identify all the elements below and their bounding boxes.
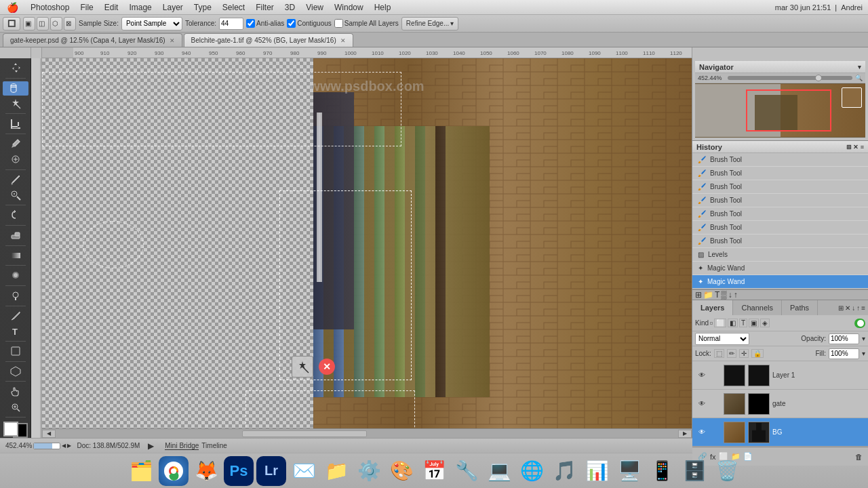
tolerance-input[interactable] xyxy=(219,18,243,30)
layer-item-1[interactable]: 👁 gate xyxy=(692,390,868,418)
contiguous-checkbox[interactable]: Contiguous xyxy=(287,19,332,28)
tab-paths[interactable]: Paths xyxy=(782,300,818,315)
dock-app-9[interactable]: 🎨 xyxy=(387,456,416,486)
history-item-4[interactable]: 🖌️ Brush Tool xyxy=(692,207,868,221)
move-down-icon[interactable]: ↓ xyxy=(728,290,732,300)
antialias-checkbox[interactable]: Anti-alias xyxy=(246,19,284,28)
history-item-3[interactable]: 🖌️ Brush Tool xyxy=(692,194,868,207)
dock-photoshop[interactable]: Ps xyxy=(224,456,254,486)
sample-all-checkbox[interactable]: Sample All Layers xyxy=(334,19,399,28)
tool-heal[interactable] xyxy=(3,152,28,167)
status-arrow[interactable]: ▶ xyxy=(148,441,154,451)
menu-help[interactable]: Help xyxy=(369,0,397,14)
dock-app-17[interactable]: 📱 xyxy=(647,456,677,486)
menu-photoshop[interactable]: Photoshop xyxy=(25,0,75,14)
pixel-layer-icon[interactable]: ⬜ xyxy=(714,319,726,327)
dock-firefox[interactable]: 🦊 xyxy=(191,456,221,486)
history-item-2[interactable]: 🖌️ Brush Tool xyxy=(692,180,868,194)
history-item-8[interactable]: ✦ Magic Wand xyxy=(692,262,868,275)
adjust-layer-icon[interactable]: ◧ xyxy=(728,319,738,327)
lock-image-icon[interactable]: ✏ xyxy=(727,349,736,358)
new-layer-btn[interactable]: 📄 xyxy=(743,452,753,461)
dock-app-18[interactable]: 🗄️ xyxy=(679,456,709,486)
zoom-plus[interactable]: 🔍 xyxy=(855,75,863,81)
adjustment-icon[interactable]: T xyxy=(715,290,719,300)
scroll-right-btn[interactable]: ▶ xyxy=(678,430,692,438)
layers-icon-4[interactable]: ↑ xyxy=(856,304,860,312)
eye-icon-1[interactable]: 👁 xyxy=(695,400,709,407)
tab-belchite[interactable]: Belchite-gate-1.tif @ 452% (BG, Layer Ma… xyxy=(184,33,353,47)
tool-history-brush[interactable] xyxy=(3,208,28,222)
blending-icon[interactable]: ▒ xyxy=(721,290,727,300)
lock-all-icon[interactable]: 🔒 xyxy=(751,349,764,358)
history-item-5[interactable]: 🖌️ Brush Tool xyxy=(692,221,868,235)
h-scrollbar[interactable]: ◀ ▶ xyxy=(42,428,692,438)
layers-icon-5[interactable]: ≡ xyxy=(861,304,865,312)
cancel-icon[interactable]: ✕ xyxy=(319,359,335,375)
kind-icon[interactable] xyxy=(710,322,713,325)
tool-brush[interactable] xyxy=(3,172,28,186)
canvas-content[interactable]: ✕ www.psdbox.com xyxy=(42,58,692,438)
dock-app-15[interactable]: 📊 xyxy=(582,456,612,486)
menu-view[interactable]: View xyxy=(300,0,329,14)
dock-settings[interactable]: ⚙️ xyxy=(354,456,384,486)
tool-blur[interactable] xyxy=(3,268,28,283)
refine-edge-btn[interactable]: Refine Edge... ▾ xyxy=(401,17,458,30)
tab-close-1[interactable]: ✕ xyxy=(340,37,346,44)
dock-lightroom[interactable]: Lr xyxy=(256,456,286,486)
scroll-thumb[interactable] xyxy=(242,430,367,437)
history-panel-header[interactable]: History ⊞ ✕ ≡ xyxy=(692,141,868,153)
toolbar-icon-3[interactable]: ⬡ xyxy=(50,17,62,30)
navigator-collapse-icon[interactable]: ▾ xyxy=(858,64,861,70)
tab-channels[interactable]: Channels xyxy=(733,300,781,315)
delete-layer-btn[interactable]: 🗑 xyxy=(855,453,863,461)
zoom-input-area[interactable] xyxy=(33,443,60,449)
dock-app-12[interactable]: 💻 xyxy=(484,456,514,486)
opacity-input[interactable] xyxy=(829,333,859,344)
dock-finder[interactable]: 🗂️ xyxy=(126,456,156,486)
menu-file[interactable]: File xyxy=(75,0,98,14)
tool-type[interactable]: T xyxy=(3,324,28,338)
dock-app-11[interactable]: 🔧 xyxy=(452,456,481,486)
tool-eraser[interactable] xyxy=(3,228,28,243)
timeline-tab[interactable]: Timeline xyxy=(201,442,226,450)
smart-layer-icon[interactable]: ◈ xyxy=(760,319,770,327)
fill-input[interactable] xyxy=(829,348,859,359)
tool-eyedropper[interactable] xyxy=(3,137,28,151)
zoom-slider[interactable] xyxy=(728,76,852,80)
dock-calendar[interactable]: 📅 xyxy=(419,456,449,486)
tool-move[interactable] xyxy=(3,61,28,75)
scroll-left-btn[interactable]: ◀ xyxy=(42,430,56,438)
tab-layers[interactable]: Layers xyxy=(692,300,733,315)
tool-zoom[interactable] xyxy=(3,400,28,414)
tool-dodge[interactable] xyxy=(3,289,28,303)
menu-3d[interactable]: 3D xyxy=(279,0,300,14)
create-group-icon[interactable]: 📁 xyxy=(703,290,713,300)
history-item-6[interactable]: 🖌️ Brush Tool xyxy=(692,235,868,248)
lock-transparent-icon[interactable]: ⬚ xyxy=(714,349,724,358)
layers-icon-3[interactable]: ↓ xyxy=(852,304,855,312)
menu-layer[interactable]: Layer xyxy=(157,0,189,14)
layer-item-0[interactable]: 👁 Layer 1 xyxy=(692,361,868,390)
dock-app-13[interactable]: 🌐 xyxy=(517,456,547,486)
type-layer-icon[interactable]: T xyxy=(739,319,747,327)
tool-hand[interactable] xyxy=(3,384,28,399)
lock-position-icon[interactable]: ✛ xyxy=(739,349,749,358)
history-item-7[interactable]: ▨ Levels xyxy=(692,248,868,262)
toolbar-icon-2[interactable]: ◫ xyxy=(37,17,49,30)
dock-app-14[interactable]: 🎵 xyxy=(549,456,579,486)
tab-gate-keeper[interactable]: gate-keeper.psd @ 12.5% (Capa 4, Layer M… xyxy=(3,33,182,47)
move-up-icon[interactable]: ↑ xyxy=(734,290,738,300)
color-swatches[interactable] xyxy=(3,422,28,438)
layers-icon-1[interactable]: ⊞ xyxy=(838,304,844,312)
shape-layer-icon[interactable]: ▣ xyxy=(749,319,759,327)
canvas-area[interactable]: ✕ www.psdbox.com ◀ ▶ xyxy=(31,58,692,438)
menu-select[interactable]: Select xyxy=(217,0,250,14)
eye-icon-2[interactable]: 👁 xyxy=(695,428,709,436)
navigator-preview[interactable] xyxy=(695,83,865,138)
tool-3d[interactable] xyxy=(3,365,28,379)
dock-chrome[interactable] xyxy=(159,456,189,486)
toolbar-icon-1[interactable]: ▣ xyxy=(23,17,35,30)
create-layer-icon[interactable]: ⊞ xyxy=(695,290,702,300)
tool-gradient[interactable] xyxy=(3,248,28,262)
